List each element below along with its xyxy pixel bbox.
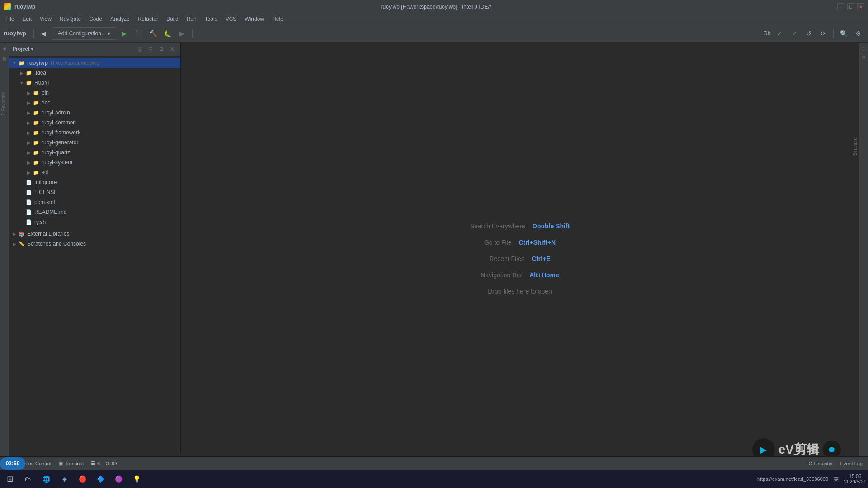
- favorites-label[interactable]: 2: Favorites: [0, 90, 7, 118]
- menu-item-build[interactable]: Build: [163, 15, 182, 23]
- gear-button[interactable]: ⚙: [157, 45, 166, 54]
- sys-time-value: 15:05: [844, 474, 866, 479]
- framework-folder-icon: 📁: [33, 129, 40, 136]
- search-button[interactable]: 🔍: [837, 27, 850, 40]
- git-push-button[interactable]: ✓: [788, 27, 801, 40]
- menu-item-refactor[interactable]: Refactor: [134, 15, 162, 23]
- event-log-status[interactable]: Event Log: [838, 460, 864, 467]
- search-label: Search Everywhere: [470, 223, 525, 230]
- system-arrow: ▶: [25, 159, 33, 166]
- app-1-button[interactable]: ◈: [56, 471, 72, 487]
- toolbar-separator-3: [833, 29, 834, 38]
- collapse-button[interactable]: ⊟: [146, 45, 155, 54]
- intellij-button[interactable]: 💡: [128, 471, 145, 487]
- tree-item-pom[interactable]: ▶ 📄 pom.xml: [9, 197, 180, 207]
- build-button[interactable]: 🔨: [147, 27, 160, 40]
- file-explorer-button[interactable]: 🗁: [20, 471, 36, 487]
- left-icon-1[interactable]: ◈: [0, 44, 9, 52]
- tree-item-ruoyi-common[interactable]: ▶ 📁 ruoyi-common: [9, 118, 180, 128]
- common-name: ruoyi-common: [42, 119, 76, 126]
- debug-button[interactable]: 🐛: [161, 27, 174, 40]
- menu-item-code[interactable]: Code: [85, 15, 106, 23]
- readme-icon: 📄: [25, 208, 33, 216]
- root-name: ruoyiwp: [27, 60, 48, 66]
- settings-button[interactable]: ⚙: [852, 27, 864, 40]
- admin-name: ruoyi-admin: [42, 109, 70, 116]
- menu-item-view[interactable]: View: [36, 15, 55, 23]
- quartz-arrow: ▶: [25, 149, 33, 156]
- root-path: H:\workspace\ruoyiwp: [51, 60, 99, 66]
- tree-item-license[interactable]: ▶ 📄 LICENSE: [9, 187, 180, 197]
- tree-item-gitignore[interactable]: ▶ 📄 .gitignore: [9, 177, 180, 187]
- terminal-tab[interactable]: ▣ Terminal: [57, 460, 85, 467]
- minimize-button[interactable]: ─: [837, 3, 844, 10]
- project-panel: Project ▾ ◎ ⊟ ⚙ ✕ ▼ 📁 ruoyiwp H:\workspa…: [9, 43, 181, 474]
- sql-name: sql: [42, 169, 48, 175]
- browser-button[interactable]: 🌐: [38, 471, 54, 487]
- editor-area: Search Everywhere Double Shift Go to Fil…: [181, 43, 859, 474]
- tree-item-doc[interactable]: ▶ 📁 doc: [9, 98, 180, 108]
- menu-item-file[interactable]: File: [2, 15, 18, 23]
- system-tray: https://exam.net/lead_33686000 英 15:05 2…: [757, 474, 866, 484]
- tree-item-ext-libs[interactable]: ▶ 📚 External Libraries: [9, 229, 180, 239]
- tree-item-ruoyi-admin[interactable]: ▶ 📁 ruoyi-admin: [9, 108, 180, 118]
- menu-item-edit[interactable]: Edit: [19, 15, 35, 23]
- git-update-button[interactable]: ✓: [774, 27, 786, 40]
- ruoyi-folder-icon: 📁: [25, 79, 33, 86]
- root-folder-icon: 📁: [18, 59, 25, 66]
- tree-item-idea[interactable]: ▶ 📁 .idea: [9, 68, 180, 78]
- shortcut-nav: Navigation Bar Alt+Home: [481, 271, 559, 279]
- tree-item-ruoyi-system[interactable]: ▶ 📁 ruoyi-system: [9, 157, 180, 167]
- todo-tab[interactable]: ☰ 6: TODO: [89, 460, 119, 467]
- sql-arrow: ▶: [25, 169, 33, 176]
- start-button[interactable]: ⊞: [2, 471, 18, 487]
- right-icon-2[interactable]: ⚙: [860, 53, 868, 61]
- toolbar-btn-back[interactable]: ◀: [38, 27, 50, 40]
- close-panel-button[interactable]: ✕: [168, 45, 177, 54]
- git-rollback-button[interactable]: ↺: [802, 27, 815, 40]
- add-configuration-button[interactable]: Add Configuration... ▾: [52, 27, 116, 40]
- tree-item-readme[interactable]: ▶ 📄 README.md: [9, 207, 180, 217]
- lang-indicator[interactable]: 英: [834, 476, 839, 483]
- git-branch-status[interactable]: Git: master: [807, 460, 835, 467]
- tree-item-sql[interactable]: ▶ 📁 sql: [9, 167, 180, 177]
- close-button[interactable]: ✕: [857, 3, 864, 10]
- tree-item-ruoyi-generator[interactable]: ▶ 📁 ruoyi-generator: [9, 137, 180, 147]
- rysh-name: ry.sh: [34, 219, 46, 225]
- tree-item-rysh[interactable]: ▶ 📄 ry.sh: [9, 217, 180, 227]
- tree-item-bin[interactable]: ▶ 📁 bin: [9, 88, 180, 98]
- menu-item-navigate[interactable]: Navigate: [56, 15, 85, 23]
- menu-item-analyze[interactable]: Analyze: [107, 15, 133, 23]
- locate-button[interactable]: ◎: [135, 45, 144, 54]
- taskbar: ⊞ 🗁 🌐 ◈ 🔴 🔷 🟣 💡 https://exam.net/lead_33…: [0, 470, 868, 488]
- network-url[interactable]: https://exam.net/lead_33686000: [757, 476, 828, 482]
- tree-item-ruoyi-framework[interactable]: ▶ 📁 ruoyi-framework: [9, 128, 180, 137]
- structure-label[interactable]: Structure: [852, 136, 859, 158]
- tree-item-ruoyi[interactable]: ▼ 📁 RuoYi: [9, 78, 180, 88]
- readme-name: README.md: [34, 209, 66, 215]
- menu-item-vcs[interactable]: VCS: [222, 15, 241, 23]
- run2-button[interactable]: ▶: [176, 27, 189, 40]
- app-3-button[interactable]: 🔷: [92, 471, 108, 487]
- admin-arrow: ▶: [25, 109, 33, 116]
- menu-item-help[interactable]: Help: [269, 15, 287, 23]
- panel-dropdown[interactable]: Project ▾: [13, 46, 33, 52]
- menu-item-run[interactable]: Run: [183, 15, 200, 23]
- right-panel: ◎ ⚙: [859, 43, 868, 474]
- maximize-button[interactable]: □: [847, 3, 854, 10]
- git-history-button[interactable]: ⟳: [817, 27, 830, 40]
- tree-item-scratches[interactable]: ▶ ✏️ Scratches and Consoles: [9, 239, 180, 249]
- menu-item-tools[interactable]: Tools: [201, 15, 221, 23]
- tree-item-ruoyi-quartz[interactable]: ▶ 📁 ruoyi-quartz: [9, 147, 180, 157]
- tree-root[interactable]: ▼ 📁 ruoyiwp H:\workspace\ruoyiwp: [9, 58, 180, 68]
- left-icon-2[interactable]: ▦: [0, 54, 9, 62]
- stop-button[interactable]: ⬛: [132, 27, 145, 40]
- git-label: Git:: [763, 30, 772, 37]
- title-bar: ruoyiwp ruoyiwp [H:\workspace\ruoyiwp] -…: [0, 0, 868, 14]
- menu-item-window[interactable]: Window: [241, 15, 268, 23]
- app-4-button[interactable]: 🟣: [110, 471, 127, 487]
- app-logo: [4, 3, 11, 10]
- right-icon-1[interactable]: ◎: [860, 44, 868, 52]
- app-2-button[interactable]: 🔴: [74, 471, 90, 487]
- run-button[interactable]: ▶: [118, 27, 131, 40]
